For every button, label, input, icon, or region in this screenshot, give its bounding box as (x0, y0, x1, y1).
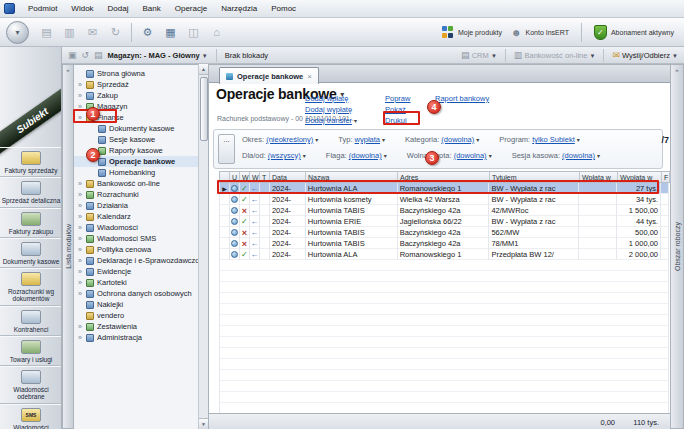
collapse-right-icon[interactable]: » (671, 67, 683, 73)
nav-grid-icon[interactable]: ▣ (68, 50, 77, 60)
tree-item[interactable]: Zakup (74, 90, 198, 101)
filter-value-dropdown[interactable]: (wszyscy) (268, 151, 306, 160)
menu-item[interactable]: Widok (64, 2, 100, 15)
menu-item[interactable]: Operacje (168, 2, 214, 15)
sidebar-item[interactable]: Rozrachunki wg dokumentów (0, 268, 62, 306)
expander-icon[interactable] (77, 277, 83, 288)
table-row[interactable]: 2024- Hurtownia ERIE Jagiellońska 66/22 … (220, 216, 669, 227)
expander-icon[interactable] (77, 189, 83, 200)
column-header-f[interactable]: F (662, 172, 670, 182)
table-row[interactable]: 2024- Hurtownia ALA Romanowskiego 1 Prze… (220, 249, 669, 260)
sidebar-item[interactable]: Faktury zakupu (0, 208, 62, 238)
tree-item[interactable]: Kartoteki (74, 277, 198, 288)
tree-item[interactable]: Naklejki (74, 299, 198, 310)
action-link[interactable]: Dodaj wypłatę (305, 105, 357, 116)
mail-icon[interactable]: ✉ (82, 22, 103, 43)
tab-close-icon[interactable] (307, 72, 312, 81)
more-filters-button[interactable]: ... (218, 134, 235, 164)
sidebar-item[interactable]: Towary i usługi (0, 336, 62, 366)
expander-icon[interactable] (77, 233, 83, 244)
tree-item[interactable]: Ewidencje (74, 266, 198, 277)
expander-icon[interactable] (77, 288, 83, 299)
expander-icon[interactable] (77, 211, 83, 222)
table-row[interactable]: 2024- Hurtownia TABIS Baczyńskiego 42a 4… (220, 205, 669, 216)
expander-icon[interactable] (77, 321, 83, 332)
tree-item[interactable]: Ochrona danych osobowych (74, 288, 198, 299)
workspace-strip[interactable]: » Obszar roboczy (670, 64, 684, 429)
paste-icon[interactable]: ▥ (59, 22, 80, 43)
tree-item[interactable]: Wiadomości (74, 222, 198, 233)
tree-item[interactable]: vendero (74, 310, 198, 321)
modules-grid-icon[interactable]: ▦ (160, 22, 181, 43)
menu-item[interactable]: Bank (136, 2, 168, 15)
collapse-left-icon[interactable]: « (63, 67, 73, 73)
scrollbar-thumb[interactable] (200, 77, 208, 141)
menu-item[interactable]: Narzędzia (214, 2, 264, 15)
package-icon[interactable]: ◫ (183, 22, 204, 43)
history-icon[interactable]: ↺ (82, 50, 90, 60)
tree-item[interactable]: Sprzedaż (74, 79, 198, 90)
tree-item[interactable]: Dokumenty kasowe (74, 123, 198, 134)
sidebar-item[interactable]: Kontrahenci (0, 306, 62, 336)
filter-value-dropdown[interactable]: (dowolna) (562, 151, 600, 160)
filter-value-dropdown[interactable]: tylko Subiekt (532, 135, 580, 144)
expander-icon[interactable] (77, 222, 83, 233)
moje-produkty-button[interactable]: Moje produkty (442, 26, 502, 38)
scroll-down-icon[interactable]: ▼ (199, 418, 208, 429)
filter-value-dropdown[interactable]: (dowolna) (454, 151, 492, 160)
sidebar-item[interactable]: Dokumenty kasowe (0, 238, 62, 268)
tree-item[interactable]: Działania (74, 200, 198, 211)
konto-insert-button[interactable]: ☻ Konto InsERT (511, 27, 569, 38)
table-row[interactable]: 2024- Hurtownia TABIS Baczyńskiego 42a 7… (220, 238, 669, 249)
list-icon[interactable]: ▤ (94, 50, 103, 60)
scroll-up-icon[interactable]: ▲ (199, 64, 208, 75)
tree-item[interactable]: Kalendarz (74, 211, 198, 222)
filter-value-dropdown[interactable]: (dowolna) (349, 151, 387, 160)
expander-icon[interactable] (77, 90, 83, 101)
tree-item[interactable]: Homebanking (74, 167, 198, 178)
crm-menu[interactable]: ▤ CRM ▼ (461, 50, 497, 60)
tab-operacje-bankowe[interactable]: Operacje bankowe (219, 67, 319, 84)
tree-item[interactable]: Rozrachunki (74, 189, 198, 200)
action-link[interactable]: Dodaj transfer (305, 116, 357, 127)
wyslij-odbierz-button[interactable]: ✉ Wyślij/Odbierz ▼ (612, 50, 678, 60)
tree-item[interactable]: Bankowość on-line (74, 178, 198, 189)
refresh-icon[interactable]: ↻ (105, 22, 126, 43)
action-link[interactable]: Dodaj wpłatę (305, 94, 357, 105)
expander-icon[interactable] (77, 255, 83, 266)
menu-item[interactable]: Podmiot (21, 2, 64, 15)
menu-item[interactable]: Pomoc (264, 2, 303, 15)
tree-item[interactable]: Zestawienia (74, 321, 198, 332)
action-link[interactable]: Popraw (385, 94, 410, 105)
home-icon[interactable]: ⌂ (206, 22, 227, 43)
tree-item[interactable]: Polityka cenowa (74, 244, 198, 255)
sidebar-item[interactable]: SMS Wiadomości robocze (0, 404, 62, 429)
settings-gear-icon[interactable]: ⚙ (137, 22, 158, 43)
expander-icon[interactable] (77, 244, 83, 255)
filter-value-dropdown[interactable]: (nieokreślony) (266, 135, 318, 144)
abonament-status[interactable]: ✓ Abonament aktywny (594, 25, 674, 40)
copy-icon[interactable]: ▤ (36, 22, 57, 43)
magazyn-selector[interactable]: Magazyn: - MAG - Główny ▼ (108, 51, 208, 60)
tree-item[interactable]: Sesje kasowe (74, 134, 198, 145)
tree-item[interactable]: Administracja (74, 332, 198, 343)
filter-value-dropdown[interactable]: (dowolna) (441, 135, 479, 144)
sidebar-item[interactable]: Faktury sprzedaży (0, 147, 62, 177)
expander-icon[interactable] (77, 200, 83, 211)
bankowosc-menu[interactable]: ▥ Bankowość on-line ▼ (514, 50, 596, 60)
expander-icon[interactable] (77, 332, 83, 343)
app-orb-button[interactable]: ▾ (6, 21, 29, 44)
tree-item[interactable]: Wiadomości SMS (74, 233, 198, 244)
tree-item[interactable]: Strona główna (74, 68, 198, 79)
sidebar-item[interactable]: Wiadomości odebrane (0, 366, 62, 404)
menu-item[interactable]: Dodaj (101, 2, 136, 15)
expander-icon[interactable] (77, 178, 83, 189)
table-row[interactable]: 2024- Hurtownia TABIS Baczyńskiego 42a 5… (220, 227, 669, 238)
table-row[interactable]: 2024- Hurtownia kosmety Wielka 42 Warsza… (220, 194, 669, 205)
expander-icon[interactable] (77, 79, 83, 90)
tree-scrollbar[interactable]: ▲ ▼ (198, 64, 209, 429)
action-link[interactable]: Raport bankowy (435, 94, 489, 105)
expander-icon[interactable] (77, 266, 83, 277)
sidebar-item[interactable]: Sprzedaż detaliczna (0, 177, 62, 207)
filter-value-dropdown[interactable]: wypłata (355, 135, 385, 144)
